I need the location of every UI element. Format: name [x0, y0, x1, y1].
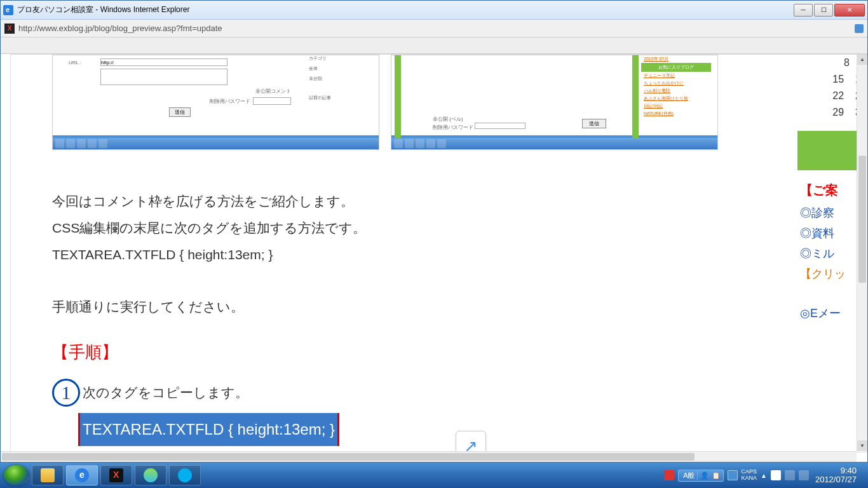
shot2-private-label: 非公開 (ベル) [433, 116, 526, 123]
taskbar-skype-button[interactable] [169, 465, 201, 485]
shot2-link: ちょっとお出かけに [641, 79, 711, 87]
shortcut-arrow-icon: ↗ [456, 431, 486, 452]
tabbar [1, 37, 867, 54]
clock-time: 9:40 [815, 466, 857, 475]
scroll-down-icon[interactable]: ▼ [857, 440, 867, 451]
article-p2: CSS編集欄の末尾に次のタグを追加する方法です。 [52, 215, 867, 241]
taskbar: A般 👤 📋 CAPS KANA ▲ 9:40 2012/07/27 [0, 463, 868, 488]
shot1-url-label: URL : [69, 60, 100, 65]
folder-icon [41, 468, 55, 482]
tray-volume-icon[interactable] [799, 470, 809, 480]
browser-window: プロ友パソコン相談室 - Windows Internet Explorer ─… [0, 0, 868, 463]
article-body: 今回はコメント枠を広げる方法をご紹介します。 CSS編集欄の末尾に次のタグを追加… [11, 150, 867, 446]
tray-network-icon[interactable] [785, 470, 795, 480]
url-input[interactable]: http://www.exblog.jp/blog/blog_preview.a… [18, 24, 851, 33]
shot2-link: デュニーズ手記 [641, 72, 711, 79]
vertical-scrollbar[interactable]: ▲ ▼ [857, 54, 867, 451]
shot2-tracker-head: お気に入りブログ [641, 63, 711, 72]
taskbar-msn-button[interactable] [135, 465, 166, 485]
step-1-text: 次のタグをコピーします。 [83, 379, 248, 406]
shot1-textarea [100, 69, 227, 85]
ime-mode[interactable]: A般 [681, 471, 697, 480]
procedure-heading: 【手順】 [52, 336, 867, 369]
article-p1: 今回はコメント枠を広げる方法をご紹介します。 [52, 188, 867, 215]
article-p3: TEXTAREA.TXTFLD { height:13em; } [52, 241, 867, 268]
tray-chevron-icon[interactable]: ▲ [761, 472, 767, 479]
shot1-side-prev: 以前の記事 [309, 95, 372, 101]
ime-status: CAPS KANA [742, 469, 757, 482]
step-1-number-icon: 1 [52, 379, 80, 407]
css-code-highlight[interactable]: TEXTAREA.TXTFLD { height:13em; } [80, 413, 337, 446]
window-controls: ─ ☐ ✕ [794, 4, 865, 17]
tray-flag-icon[interactable] [771, 470, 781, 480]
shot1-side-miscat: 未分類 [309, 76, 372, 82]
titlebar: プロ友パソコン相談室 - Windows Internet Explorer ─… [1, 1, 867, 20]
horizontal-scrollbar[interactable] [1, 451, 857, 462]
step-1: 1 次のタグをコピーします。 [52, 379, 867, 407]
shot2-greenbar-left [395, 55, 401, 138]
x-app-icon [109, 468, 123, 482]
screenshot-row: URL : 非公開コメント 削除用パスワード [11, 55, 867, 150]
ime-toolbar[interactable]: A般 👤 📋 [678, 470, 723, 482]
systray: A般 👤 📋 CAPS KANA ▲ 9:40 2012/07/27 [664, 466, 864, 485]
shot1-pass-label: 削除用パスワード [210, 98, 250, 105]
shot2-greenbar-right [632, 55, 639, 138]
screenshot-1: URL : 非公開コメント 削除用パスワード [52, 55, 379, 150]
shot2-submit-button: 送信 [582, 119, 606, 128]
minimize-button[interactable]: ─ [794, 4, 813, 17]
ie-icon [75, 468, 89, 482]
addressbar: http://www.exblog.jp/blog/blog_preview.a… [1, 20, 867, 37]
window-title: プロ友パソコン相談室 - Windows Internet Explorer [17, 4, 794, 15]
shot2-taskbar [391, 138, 717, 149]
tray-shield-icon[interactable] [664, 470, 674, 480]
msn-icon [144, 468, 158, 482]
ime-pad-icon[interactable]: 📋 [712, 471, 721, 480]
shot1-pass-input [253, 97, 291, 105]
maximize-button[interactable]: ☐ [814, 4, 833, 17]
ie-favicon-icon [3, 5, 13, 15]
scroll-up-icon[interactable]: ▲ [857, 54, 867, 65]
shot1-url-input [100, 58, 227, 66]
page: URL : 非公開コメント 削除用パスワード [10, 54, 867, 452]
start-button[interactable] [4, 465, 29, 485]
shot2-link: NATURE(自然) [641, 110, 711, 118]
article-p4: 手順通りに実行してください。 [52, 294, 867, 320]
taskbar-ie-button[interactable] [66, 465, 98, 485]
content-area: URL : 非公開コメント 削除用パスワード [1, 54, 867, 462]
shot1-side-all: 全体 [309, 65, 372, 72]
rss-icon[interactable] [855, 24, 864, 33]
shot2-archive: 2010年 07月 [641, 55, 711, 63]
shot2-link: 日記!日記 [641, 102, 711, 110]
shot1-checkbox-label: 非公開コメント [255, 88, 291, 95]
screenshot-2: 非公開 (ベル) 削除用パスワード 送信 2010年 07月 お気に入りブログ … [391, 55, 718, 150]
shot2-pass-input [475, 123, 526, 129]
tray-help-icon[interactable] [728, 470, 738, 480]
shot1-submit-button: 送信 [169, 107, 191, 117]
vscroll-thumb[interactable] [858, 156, 866, 283]
shot1-taskbar [53, 138, 379, 149]
shot2-link: あぶさん南国ひとり旅 [641, 95, 711, 102]
shot2-link: ハル割り着陸 [641, 87, 711, 95]
skype-icon [178, 468, 192, 482]
taskbar-app-button[interactable] [100, 465, 132, 485]
shot1-side-cat: カテゴリ [309, 55, 372, 62]
close-button[interactable]: ✕ [834, 4, 865, 17]
shot2-pass-label: 削除用パスワード [433, 125, 473, 130]
taskbar-explorer-button[interactable] [32, 465, 64, 485]
site-icon [4, 24, 15, 34]
taskbar-clock[interactable]: 9:40 2012/07/27 [813, 466, 859, 485]
hscroll-thumb[interactable] [2, 453, 695, 461]
ime-tool-icon[interactable]: 👤 [700, 471, 709, 480]
clock-date: 2012/07/27 [815, 475, 857, 484]
